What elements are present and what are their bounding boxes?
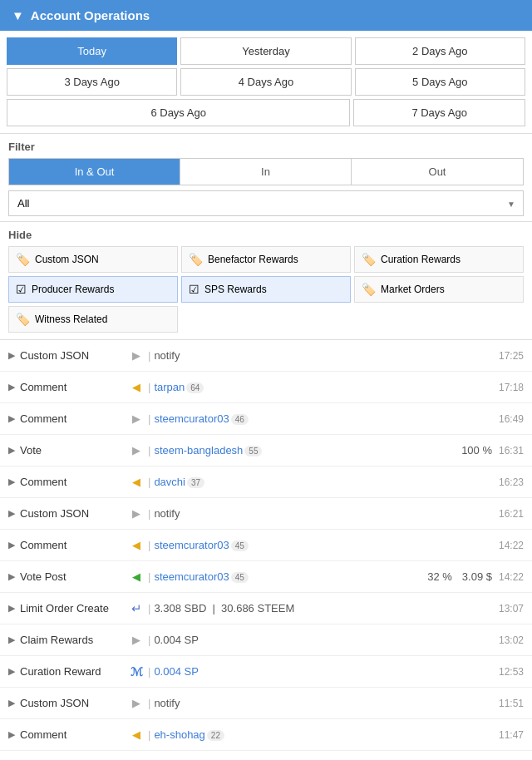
op-row: ▶ Comment ◀ | eh-shohag22 11:47: [0, 719, 532, 751]
op-detail: steemcurator0346: [154, 412, 492, 425]
arrow-right-icon: ▶: [128, 444, 145, 456]
hide-sps-rewards[interactable]: ☑ SPS Rewards: [181, 276, 351, 303]
op-time: 16:31: [492, 445, 524, 456]
op-row: ▶ Transfer To Vesting ↵ | sm-shagor STEE…: [0, 751, 532, 760]
op-link[interactable]: steemcurator03: [154, 539, 229, 551]
hide-benefactor-rewards[interactable]: 🏷️ Benefactor Rewards: [181, 246, 351, 273]
arrow-left-icon: ◀: [128, 539, 145, 551]
op-name: Limit Order Create: [20, 602, 128, 614]
op-name: Comment: [20, 412, 128, 425]
tag-icon: 🏷️: [362, 253, 376, 266]
hide-producer-rewards[interactable]: ☑ Producer Rewards: [8, 276, 178, 303]
op-detail: 0.004 SP: [154, 634, 492, 646]
op-row: ▶ Custom JSON ▶ | notify 11:51: [0, 688, 532, 719]
separator: |: [148, 349, 150, 362]
op-time: 14:22: [492, 540, 524, 551]
vote-amount: 3.09 $: [462, 570, 492, 583]
op-badge: 45: [231, 572, 249, 583]
op-name: Comment: [20, 476, 128, 488]
op-time: 17:18: [492, 382, 524, 393]
day-2-ago[interactable]: 2 Days Ago: [355, 37, 525, 65]
op-badge: 64: [186, 382, 204, 393]
expand-icon[interactable]: ▶: [8, 508, 15, 519]
account-operations-header: ▼ Account Operations: [0, 0, 532, 31]
op-time: 13:07: [492, 603, 524, 614]
op-time: 16:49: [492, 413, 524, 425]
op-name: Custom JSON: [20, 697, 128, 709]
expand-icon[interactable]: ▶: [8, 476, 15, 487]
hide-curation-rewards[interactable]: 🏷️ Curation Rewards: [354, 246, 524, 273]
operations-list: ▶ Custom JSON ▶ | notify 17:25 ▶ Comment…: [0, 340, 532, 760]
op-name: Comment: [20, 728, 128, 741]
day-6-ago[interactable]: 6 Days Ago: [7, 99, 350, 126]
expand-icon[interactable]: ▶: [8, 634, 15, 645]
op-link[interactable]: steemcurator03: [154, 412, 229, 425]
op-detail: eh-shohag22: [154, 728, 492, 741]
separator: |: [148, 665, 150, 678]
hide-market-label: Market Orders: [381, 284, 445, 295]
separator: |: [148, 634, 150, 646]
filter-section: Filter In & Out In Out All Custom JSON C…: [0, 134, 532, 222]
hide-custom-json[interactable]: 🏷️ Custom JSON: [8, 246, 178, 273]
day-3-ago[interactable]: 3 Days Ago: [7, 68, 177, 96]
tab-out[interactable]: Out: [352, 159, 523, 185]
expand-icon[interactable]: ▶: [8, 350, 15, 361]
hide-custom-json-label: Custom JSON: [35, 254, 99, 265]
hide-sps-label: SPS Rewards: [204, 284, 267, 295]
op-row: ▶ Vote Post ◀ | steemcurator0345 32 % 3.…: [0, 561, 532, 593]
op-name: Vote Post: [20, 570, 128, 583]
op-row: ▶ Claim Rewards ▶ | 0.004 SP 13:02: [0, 624, 532, 656]
op-detail: davchi37: [154, 476, 492, 488]
separator: |: [148, 728, 150, 741]
op-link[interactable]: tarpan: [154, 381, 185, 393]
op-link[interactable]: steemcurator03: [154, 570, 229, 583]
expand-icon[interactable]: ▶: [8, 413, 15, 424]
days-grid: Today Yesterday 2 Days Ago 3 Days Ago 4 …: [0, 31, 532, 134]
op-link[interactable]: eh-shohag: [154, 728, 204, 741]
op-time: 16:21: [492, 508, 524, 520]
op-extra: 100 %: [461, 444, 492, 456]
op-detail: notify: [154, 507, 492, 520]
expand-icon[interactable]: ▶: [8, 445, 15, 456]
op-detail: notify: [154, 697, 492, 709]
op-badge: 37: [187, 477, 204, 488]
op-row: ▶ Comment ◀ | steemcurator0345 14:22: [0, 530, 532, 561]
op-row: ▶ Vote ▶ | steem-bangladesh55 100 % 16:3…: [0, 435, 532, 466]
vote-percent: 32 %: [427, 570, 452, 583]
expand-icon[interactable]: ▶: [8, 603, 15, 614]
hide-benefactor-label: Benefactor Rewards: [208, 254, 298, 265]
hide-witness-related[interactable]: 🏷️ Witness Related: [8, 306, 178, 333]
expand-icon[interactable]: ▶: [8, 540, 15, 550]
expand-icon[interactable]: ▶: [8, 729, 15, 740]
op-time: 11:51: [492, 698, 524, 709]
expand-icon[interactable]: ▶: [8, 571, 15, 582]
arrow-left-icon: ◀: [128, 476, 145, 488]
day-5-ago[interactable]: 5 Days Ago: [355, 68, 525, 96]
expand-icon[interactable]: ▶: [8, 382, 15, 392]
filter-select-wrapper: All Custom JSON Comment Vote Vote Post L…: [8, 190, 524, 216]
day-7-ago[interactable]: 7 Days Ago: [353, 99, 525, 126]
tab-in[interactable]: In: [180, 159, 352, 185]
op-detail: 3.308 SBD | 30.686 STEEM: [154, 602, 492, 614]
op-detail: steemcurator0345: [154, 570, 427, 583]
day-4-ago[interactable]: 4 Days Ago: [180, 68, 351, 96]
separator: |: [148, 381, 150, 393]
tag-icon: 🏷️: [362, 283, 376, 296]
op-time: 14:22: [492, 571, 524, 583]
op-extra: 32 % 3.09 $: [427, 570, 492, 583]
op-time: 17:25: [492, 350, 524, 362]
expand-icon[interactable]: ▶: [8, 698, 15, 708]
day-today[interactable]: Today: [7, 37, 177, 65]
op-link[interactable]: steem-bangladesh: [154, 444, 243, 456]
op-link[interactable]: davchi: [154, 476, 185, 488]
op-row: ▶ Comment ▶ | steemcurator0346 16:49: [0, 403, 532, 435]
day-yesterday[interactable]: Yesterday: [180, 37, 351, 65]
expand-icon[interactable]: ▶: [8, 666, 15, 677]
tab-in-out[interactable]: In & Out: [9, 159, 180, 185]
op-badge: 22: [207, 730, 224, 741]
op-time: 12:53: [492, 666, 524, 678]
header-title: Account Operations: [31, 8, 150, 22]
filter-select[interactable]: All Custom JSON Comment Vote Vote Post L…: [8, 190, 524, 216]
arrow-left-icon: ◀: [128, 381, 145, 393]
hide-market-orders[interactable]: 🏷️ Market Orders: [354, 276, 524, 303]
